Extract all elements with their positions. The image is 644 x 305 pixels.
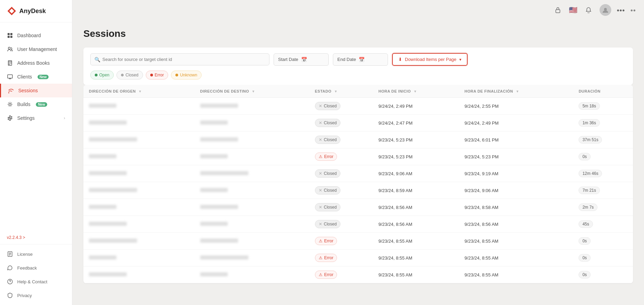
cell-start: 9/23/24, 8:55 AM — [373, 250, 459, 266]
cell-source — [83, 199, 195, 216]
sidebar-item-sessions[interactable]: Sessions — [0, 84, 72, 97]
dest-address — [200, 171, 248, 175]
error-icon: ⚠ — [319, 154, 323, 159]
sidebar-item-help-contact[interactable]: Help & Contact — [0, 275, 72, 288]
chip-error-label: Error — [155, 73, 164, 77]
table-row[interactable]: ⚠ Error 9/23/24, 8:55 AM 9/23/24, 8:55 A… — [83, 250, 633, 266]
chip-open[interactable]: Open — [90, 71, 114, 80]
closed-icon: ✕ — [319, 104, 322, 108]
sidebar-item-label: License — [17, 252, 33, 257]
dest-address — [200, 137, 238, 141]
start-time: 9/23/24, 8:56 AM — [378, 205, 412, 210]
lock-icon[interactable] — [552, 4, 563, 15]
table-row[interactable]: ✕ Closed 9/24/24, 2:49 PM 9/24/24, 2:55 … — [83, 98, 633, 115]
chip-closed[interactable]: Closed — [116, 71, 143, 80]
sidebar-item-address-books[interactable]: Address Books — [0, 56, 72, 70]
cell-source — [83, 216, 195, 233]
col-status[interactable]: ESTADO ▼ — [309, 85, 373, 98]
dest-address — [200, 205, 238, 209]
message-circle-icon — [7, 265, 13, 271]
error-icon: ⚠ — [319, 239, 323, 243]
dest-address — [200, 239, 238, 243]
duration-badge: 5m 18s — [579, 102, 600, 110]
col-dest[interactable]: DIRECCIÓN DE DESTINO ▼ — [195, 85, 309, 98]
cell-status: ⚠ Error — [309, 148, 373, 165]
status-text: Closed — [324, 120, 337, 125]
closed-icon: ✕ — [319, 188, 322, 193]
sidebar-item-label: Help & Contact — [17, 279, 47, 284]
end-date-picker[interactable]: End Date 📅 — [333, 53, 388, 66]
col-end[interactable]: HORA DE FINALIZACIÓN ▼ — [459, 85, 573, 98]
sidebar-item-dashboard[interactable]: Dashboard — [0, 29, 72, 42]
builds-badge: New — [36, 102, 47, 107]
anydesk-logo-icon — [7, 6, 17, 16]
svg-point-8 — [9, 103, 11, 105]
status-badge: ⚠ Error — [315, 237, 337, 245]
calendar-end-icon: 📅 — [359, 57, 365, 62]
notifications-icon[interactable] — [583, 4, 594, 15]
sidebar-item-user-management[interactable]: User Management — [0, 42, 72, 56]
cell-status: ✕ Closed — [309, 182, 373, 199]
closed-icon: ✕ — [319, 171, 322, 176]
open-dot — [95, 74, 98, 76]
dest-address — [200, 154, 228, 158]
cell-start: 9/23/24, 8:55 AM — [373, 266, 459, 283]
version-label[interactable]: v2.2.4.3 > — [0, 231, 72, 244]
sidebar-item-feedback[interactable]: Feedback — [0, 261, 72, 275]
sidebar-item-builds[interactable]: Builds New — [0, 97, 72, 111]
avatar[interactable] — [600, 4, 611, 16]
table-row[interactable]: ✕ Closed 9/23/24, 8:56 AM 9/23/24, 8:56 … — [83, 216, 633, 233]
duration-badge: 12m 46s — [579, 170, 602, 177]
logo[interactable]: AnyDesk — [0, 0, 72, 22]
cell-status: ⚠ Error — [309, 266, 373, 283]
table-row[interactable]: ✕ Closed 9/23/24, 5:23 PM 9/23/24, 6:01 … — [83, 132, 633, 148]
duration-badge: 0s — [579, 237, 591, 245]
file-text-icon — [7, 251, 13, 257]
cell-dest — [195, 216, 309, 233]
table-row[interactable]: ⚠ Error 9/23/24, 5:23 PM 9/23/24, 5:23 P… — [83, 148, 633, 165]
status-text: Closed — [324, 222, 337, 227]
status-text: Closed — [324, 205, 337, 210]
table-row[interactable]: ⚠ Error 9/23/24, 8:55 AM 9/23/24, 8:55 A… — [83, 233, 633, 250]
start-time: 9/23/24, 5:23 PM — [378, 137, 412, 143]
col-source[interactable]: DIRECCIÓN DE ORIGEN ▼ — [83, 85, 195, 98]
monitor-icon — [7, 74, 13, 80]
dest-address — [200, 104, 238, 108]
status-text: Error — [324, 154, 334, 159]
user-email: ●● — [630, 8, 636, 13]
sessions-table: DIRECCIÓN DE ORIGEN ▼ DIRECCIÓN DE DESTI… — [83, 85, 633, 283]
chevron-down-icon: ▾ — [459, 57, 461, 62]
sidebar-item-privacy[interactable]: Privacy — [0, 288, 72, 302]
source-address — [89, 205, 116, 209]
status-badge: ✕ Closed — [315, 136, 340, 144]
language-flag[interactable]: 🇺🇸 — [569, 6, 577, 14]
closed-icon: ✕ — [319, 120, 322, 125]
table-row[interactable]: ✕ Closed 9/23/24, 9:06 AM 9/23/24, 9:19 … — [83, 165, 633, 182]
table-row[interactable]: ⚠ Error 9/23/24, 8:55 AM 9/23/24, 8:55 A… — [83, 266, 633, 283]
cell-duration: 12m 46s — [573, 165, 633, 182]
closed-icon: ✕ — [319, 137, 322, 142]
col-start[interactable]: HORA DE INICIO ▼ — [373, 85, 459, 98]
cell-duration: 0s — [573, 250, 633, 266]
cast-icon — [8, 87, 14, 94]
cell-start: 9/23/24, 8:55 AM — [373, 233, 459, 250]
sidebar-item-settings[interactable]: Settings › — [0, 111, 72, 125]
chip-unknown[interactable]: Unknown — [171, 71, 202, 80]
search-input[interactable] — [90, 53, 269, 65]
start-date-picker[interactable]: Start Date 📅 — [274, 53, 329, 66]
start-time: 9/23/24, 8:56 AM — [378, 222, 412, 227]
sort-icon: ▼ — [139, 90, 142, 93]
sidebar-item-license[interactable]: License — [0, 247, 72, 261]
col-duration[interactable]: DURACIÓN — [573, 85, 633, 98]
table-row[interactable]: ✕ Closed 9/23/24, 8:56 AM 9/23/24, 8:58 … — [83, 199, 633, 216]
chip-error[interactable]: Error — [146, 71, 168, 80]
cell-end: 9/23/24, 9:19 AM — [459, 165, 573, 182]
sidebar-item-clients[interactable]: Clients New — [0, 70, 72, 84]
source-address — [89, 222, 127, 226]
sort-icon: ▼ — [334, 90, 337, 93]
table-row[interactable]: ✕ Closed 9/24/24, 2:47 PM 9/24/24, 2:49 … — [83, 115, 633, 132]
start-time: 9/23/24, 5:23 PM — [378, 154, 412, 159]
table-row[interactable]: ✕ Closed 9/23/24, 8:59 AM 9/23/24, 9:06 … — [83, 182, 633, 199]
download-button[interactable]: ⬇ Download Items per Page ▾ — [392, 53, 468, 66]
error-dot — [150, 74, 153, 76]
